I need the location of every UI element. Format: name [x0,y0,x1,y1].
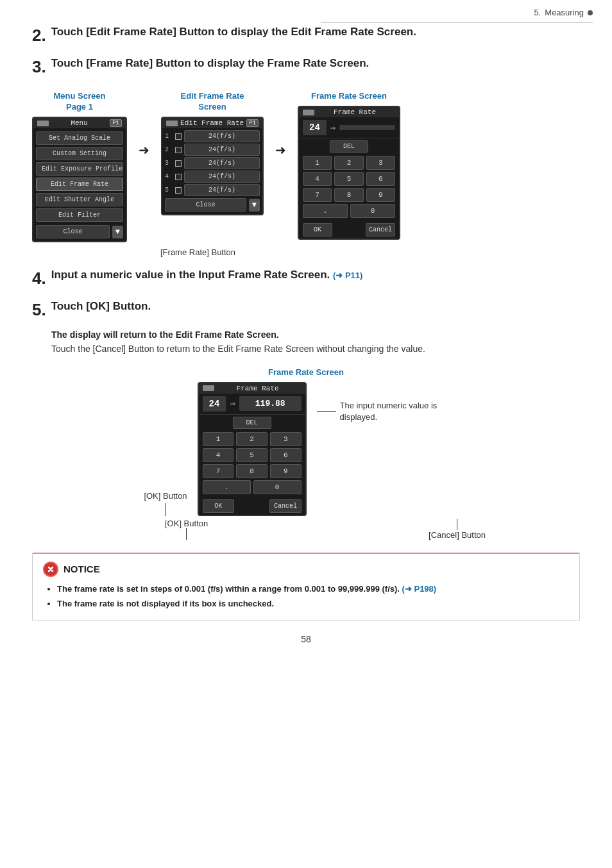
menu-btn-filter[interactable]: Edit Filter [36,208,123,222]
rate-val-2[interactable]: 24(f/s) [184,144,260,156]
fr2-key-row-1: 1 2 3 [203,432,302,446]
notice-ref1: (➜ P198) [402,584,437,594]
menu-btn-edit-frame-rate[interactable]: Edit Frame Rate [36,178,123,191]
step5-sub: The display will return to the Edit Fram… [51,330,580,356]
fr2-bottom-row: OK Cancel [199,497,305,515]
fr2-del-row: DEL [199,415,305,431]
step2-num: 2. [32,26,46,46]
fr2-key-5[interactable]: 5 [236,448,268,462]
rate-val-4[interactable]: 24(f/s) [184,171,260,183]
fr2-key-1[interactable]: 1 [203,432,234,446]
step5-text: Touch [OK] Button. [51,300,151,313]
notice-icon [43,562,58,577]
menu-down-arrow-icon[interactable]: ▼ [112,226,123,238]
fr-device: Frame Rate 24 ⇒ DEL 1 2 [298,106,400,240]
fr-key-2[interactable]: 2 [334,156,363,170]
fr-cancel-btn[interactable]: Cancel [366,223,395,237]
edit-fr-close-btn[interactable]: Close [165,198,246,212]
step5-desc: Touch the [Cancel] Button to return to t… [51,342,580,356]
fr-key-1[interactable]: 1 [303,156,332,170]
menu-close-row: Close ▼ [33,224,126,240]
step3-text: Touch [Frame Rate] Button to display the… [51,57,370,70]
fr2-keypad: 1 2 3 4 5 6 7 8 9 [199,431,305,497]
fr-battery-icon [303,110,314,115]
fr-key-7[interactable]: 7 [303,188,332,202]
step-2: 2. Touch [Edit Frame Rate] Button to dis… [32,26,580,46]
fr2-key-7[interactable]: 7 [203,464,234,478]
fr-title: Frame Rate [334,108,376,116]
fr2-key-8[interactable]: 8 [236,464,268,478]
fr-key-row-1: 1 2 3 [303,156,395,170]
edit-fr-down-arrow-icon[interactable]: ▼ [249,199,260,212]
ok-cancel-labels: [OK] Button [Cancel] Button [165,519,486,540]
fr2-key-row-3: 7 8 9 [203,464,302,478]
menu-btn-set-analog[interactable]: Set Analog Scale [36,131,123,145]
row-checkbox-4[interactable] [175,174,182,180]
fr2-del-btn[interactable]: DEL [233,417,271,429]
edit-fr-row-1: 1 24(f/s) [162,129,262,143]
fr-key-3[interactable]: 3 [366,156,395,170]
fr2-cancel-btn[interactable]: Cancel [269,499,301,513]
annotation-text: The input numeric value is displayed. [340,400,468,423]
edit-fr-row-4: 4 24(f/s) [162,170,262,183]
menu-btn-custom[interactable]: Custom Setting [36,147,123,160]
menu-close-btn[interactable]: Close [36,225,110,238]
menu-screen-block: Menu Screen Page 1 Menu P1 Set Analog Sc… [32,91,127,242]
menu-battery-icon [37,121,49,126]
fr2-title: Frame Rate [237,385,279,392]
diagram2-container: [OK] Button Frame Rate 24 ⇒ 119.88 [144,382,468,516]
fr-display-row: 24 ⇒ [299,117,399,138]
fr2-key-dot[interactable]: . [203,480,251,494]
fr-key-6[interactable]: 6 [366,172,395,186]
fr-key-4[interactable]: 4 [303,172,332,186]
menu-screen-device: Menu P1 Set Analog Scale Custom Setting … [32,117,127,242]
fr2-key-6[interactable]: 6 [270,448,302,462]
fr2-key-2[interactable]: 2 [236,432,268,446]
fr2-current-value: 24 [203,396,226,412]
edit-fr-p1-badge: P1 [246,119,259,127]
fr2-key-3[interactable]: 3 [270,432,302,446]
cancel-annotation: [Cancel] Button [429,519,486,540]
edit-fr-title: Edit Frame Rate [180,119,244,127]
fr2-input-field[interactable]: 119.88 [239,396,302,411]
fr-ok-btn[interactable]: OK [303,223,332,237]
fr2-key-9[interactable]: 9 [270,464,302,478]
row-checkbox-5[interactable] [175,187,182,194]
section-number: 5. [534,8,541,17]
step3-num: 3. [32,57,46,77]
step4-num: 4. [32,269,46,288]
fr-key-0[interactable]: 0 [350,204,395,218]
fr2-ok-btn[interactable]: OK [203,499,234,513]
fr2-spacer [237,499,267,513]
fr-device-2: Frame Rate 24 ⇒ 119.88 DEL 1 2 [198,382,307,516]
fr-key-row-2: 4 5 6 [303,172,395,186]
step2-text: Touch [Edit Frame Rate] Button to displa… [51,26,416,38]
row-checkbox-2[interactable] [175,147,182,153]
ok-label-text: [OK] Button [144,491,187,501]
fr-del-btn[interactable]: DEL [330,140,368,153]
menu-btn-shutter[interactable]: Edit Shutter Angle [36,193,123,206]
menu-btn-exposure[interactable]: Edit Exposure Profile [36,162,123,176]
fr-arrow-icon: ⇒ [330,122,336,133]
fr-key-dot[interactable]: . [303,204,348,218]
fr-screen-label: Frame Rate Screen [311,91,387,102]
fr2-key-0[interactable]: 0 [253,480,302,494]
step-3: 3. Touch [Frame Rate] Button to display … [32,57,580,77]
menu-title: Menu [71,119,87,127]
fr-key-5[interactable]: 5 [334,172,363,186]
ok-label-area: [OK] Button [144,491,187,516]
fr-key-8[interactable]: 8 [334,188,363,202]
rate-val-5[interactable]: 24(f/s) [184,184,260,196]
fr-key-9[interactable]: 9 [366,188,395,202]
row-checkbox-1[interactable] [175,133,182,140]
row-checkbox-3[interactable] [175,160,182,167]
header-divider [321,22,593,23]
notice-box: NOTICE The frame rate is set in steps of… [32,553,580,621]
edit-fr-row-2: 2 24(f/s) [162,143,262,156]
fr-btn-label: [Frame Rate] Button [160,247,235,257]
notice-title: NOTICE [64,563,100,574]
rate-val-3[interactable]: 24(f/s) [184,157,260,169]
fr-input-field[interactable] [339,125,395,130]
fr2-key-4[interactable]: 4 [203,448,234,462]
fr-topbar: Frame Rate [299,107,399,117]
